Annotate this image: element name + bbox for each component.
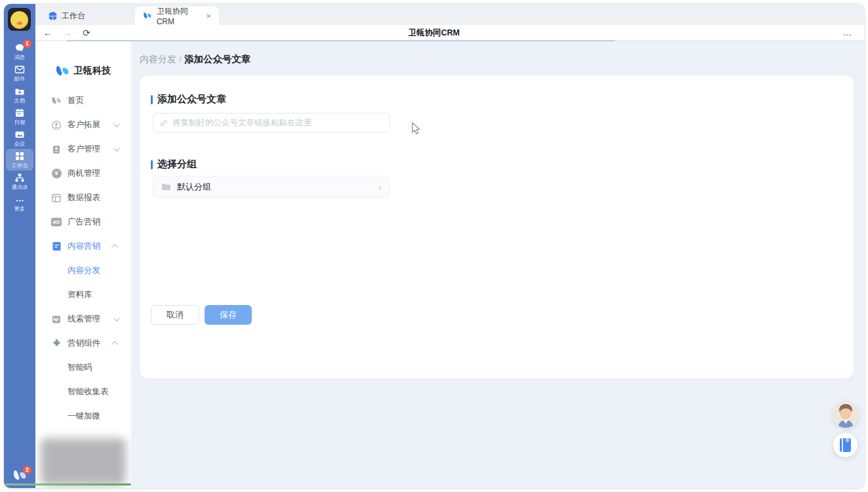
sidebar-item-material-library[interactable]: 资料库	[35, 283, 131, 307]
rail-item-more[interactable]: … 更多	[6, 192, 33, 214]
section-accent-bar	[151, 95, 153, 104]
mail-icon	[14, 64, 25, 75]
tab-label: 工作台	[62, 10, 85, 22]
sidebar-item-label: 内容营销	[68, 241, 100, 252]
tab-crm[interactable]: 卫瓴协同CRM ×	[135, 7, 219, 25]
opportunity-icon: ¥	[51, 169, 62, 179]
rail-item-mail[interactable]: 邮件	[6, 62, 33, 84]
breadcrumb-section[interactable]: 内容分发	[140, 54, 176, 64]
rail-item-label: 工作台	[12, 162, 28, 168]
rail-item-calendar[interactable]: 日程	[6, 106, 33, 127]
customer-expansion-icon	[51, 120, 62, 131]
sidebar-item-content-distribution[interactable]: 内容分发	[35, 258, 131, 283]
avatar-duck-beak	[17, 22, 22, 25]
sidebar-item-customer-management[interactable]: 客户管理	[35, 137, 131, 161]
sidebar-item-label: 内容分发	[68, 265, 100, 276]
sidebar-item-ad-marketing[interactable]: AD 广告营销	[35, 210, 131, 234]
chevron-up-icon	[111, 341, 118, 348]
knowledge-book-button[interactable]	[833, 433, 858, 457]
crm-sidebar: 卫瓴科技 首页 客户拓展 客户管理	[35, 41, 131, 488]
sidebar-item-label: 营销组件	[68, 338, 100, 349]
sidebar-item-opportunity[interactable]: ¥ 商机管理	[35, 161, 131, 186]
sidebar-item-home[interactable]: 首页	[35, 89, 131, 113]
rail-item-label: 消息	[14, 54, 26, 60]
sidebar-item-label: 商机管理	[68, 168, 100, 179]
avatar-duck-image	[10, 11, 28, 29]
section-accent-bar	[151, 160, 153, 169]
sidebar-item-label: 智能码	[68, 362, 92, 373]
customer-management-icon	[51, 144, 62, 155]
chevron-up-icon	[111, 244, 118, 251]
workbench-tab-icon	[49, 12, 57, 20]
meeting-icon	[14, 129, 25, 140]
mouse-cursor	[412, 122, 422, 136]
sidebar-menu: 首页 客户拓展 客户管理 ¥ 商机管理	[35, 89, 131, 428]
group-value: 默认分组	[177, 181, 211, 193]
chevron-down-icon	[113, 121, 120, 127]
brand-name: 卫瓴科技	[73, 65, 111, 77]
save-button[interactable]: 保存	[205, 305, 252, 325]
rail-item-workbench[interactable]: 工作台	[6, 149, 33, 171]
more-icon: …	[14, 194, 25, 205]
rail-item-label: 更多	[14, 205, 26, 211]
close-icon[interactable]: ×	[206, 11, 211, 21]
navigation-bar: ← → ⟳ 卫瓴协同CRM …	[35, 25, 864, 41]
group-section-header: 选择分组	[151, 158, 197, 171]
group-selector[interactable]: 默认分组 ›	[153, 176, 390, 198]
sidebar-item-label: 线索管理	[68, 314, 100, 325]
components-icon	[51, 338, 62, 349]
rail-item-messages[interactable]: 消息 1	[6, 41, 33, 62]
article-link-field[interactable]	[153, 113, 390, 133]
leads-icon	[51, 314, 62, 325]
assistant-avatar-image	[833, 401, 859, 428]
rail-item-label: 会议	[14, 140, 26, 146]
tab-workbench[interactable]: 工作台	[41, 7, 111, 25]
sidebar-item-label: 客户管理	[68, 144, 100, 155]
folder-icon	[161, 183, 171, 191]
workbench-icon	[14, 151, 25, 161]
sidebar-item-label: 广告营销	[68, 216, 100, 228]
chevron-down-icon	[113, 315, 120, 321]
docs-icon	[14, 86, 25, 96]
book-icon	[840, 438, 851, 452]
cancel-button[interactable]: 取消	[151, 305, 199, 325]
sidebar-item-marketing-components[interactable]: 营销组件	[35, 331, 131, 356]
section-title: 选择分组	[157, 158, 197, 171]
sidebar-item-label: 数据报表	[68, 192, 100, 203]
sidebar-item-label: 首页	[68, 95, 84, 106]
sidebar-item-customer-expansion[interactable]: 客户拓展	[35, 113, 131, 137]
main-content: 内容分发/添加公众号文章 添加公众号文章 选择分组 默认分组 › 取消	[131, 41, 864, 488]
sidebar-item-reports[interactable]: 数据报表	[35, 186, 131, 210]
report-icon	[51, 193, 62, 203]
contacts-icon	[14, 173, 25, 183]
breadcrumb-separator: /	[179, 54, 182, 64]
chevron-right-icon: ›	[378, 182, 382, 192]
sidebar-item-smart-code[interactable]: 智能码	[35, 356, 131, 380]
chevron-down-icon	[113, 145, 120, 152]
rail-item-label: 文档	[14, 97, 26, 103]
browser-menu-button[interactable]: …	[842, 25, 852, 39]
rail-item-contacts[interactable]: 通讯录	[6, 171, 33, 192]
brand: 卫瓴科技	[55, 65, 131, 77]
weiling-brand-logo-icon	[55, 66, 69, 77]
section-title: 添加公众号文章	[157, 93, 226, 106]
tab-label: 卫瓴协同CRM	[157, 6, 202, 26]
link-icon	[159, 119, 168, 127]
sidebar-item-content-marketing[interactable]: 内容营销	[35, 234, 131, 258]
calendar-icon	[14, 108, 25, 118]
sidebar-item-smart-form[interactable]: 智能收集表	[35, 380, 131, 404]
ad-icon: AD	[51, 217, 62, 228]
article-link-input[interactable]	[172, 118, 384, 127]
sidebar-item-one-click-wechat[interactable]: 一键加微	[35, 404, 131, 428]
breadcrumb: 内容分发/添加公众号文章	[140, 53, 250, 66]
assistant-avatar-button[interactable]	[833, 401, 859, 428]
sidebar-item-leads-management[interactable]: 线索管理	[35, 307, 131, 331]
rail-item-label: 日程	[14, 119, 26, 125]
rail-bottom-app[interactable]: 2	[4, 470, 35, 483]
rail-item-docs[interactable]: 文档	[6, 84, 33, 106]
rail-item-meeting[interactable]: 会议	[6, 127, 33, 149]
breadcrumb-current: 添加公众号文章	[184, 54, 251, 64]
blurred-region	[41, 438, 126, 485]
form-card: 添加公众号文章 选择分组 默认分组 › 取消 保存	[140, 75, 854, 379]
user-avatar[interactable]	[8, 8, 31, 31]
